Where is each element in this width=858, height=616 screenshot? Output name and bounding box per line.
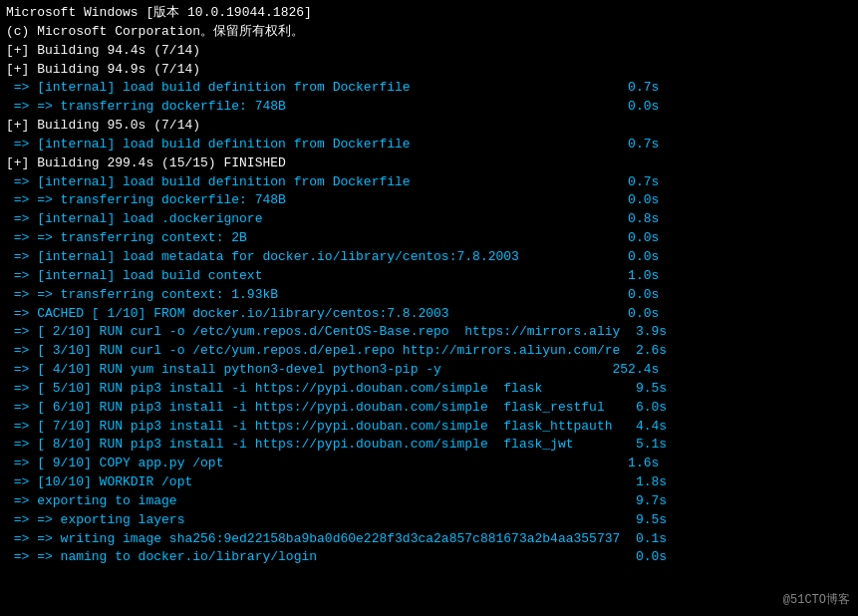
terminal-line: => => writing image sha256:9ed22158ba9ba… <box>6 530 852 549</box>
terminal-line: => [ 5/10] RUN pip3 install -i https://p… <box>6 380 852 399</box>
terminal-line: => [internal] load .dockerignore 0.8s <box>6 210 852 229</box>
terminal-line: [+] Building 94.9s (7/14) <box>6 61 852 80</box>
terminal-line: => => transferring context: 2B 0.0s <box>6 229 852 248</box>
terminal-line: => => transferring context: 1.93kB 0.0s <box>6 286 852 305</box>
terminal-line: => [internal] load build definition from… <box>6 79 852 98</box>
terminal-line: => => naming to docker.io/library/login … <box>6 548 852 567</box>
terminal-line: => => transferring dockerfile: 748B 0.0s <box>6 191 852 210</box>
terminal-line: => [ 8/10] RUN pip3 install -i https://p… <box>6 436 852 455</box>
terminal-line: => => exporting layers 9.5s <box>6 511 852 530</box>
terminal-line: => [ 7/10] RUN pip3 install -i https://p… <box>6 418 852 437</box>
terminal-line: [+] Building 95.0s (7/14) <box>6 117 852 136</box>
terminal-line: => => transferring dockerfile: 748B 0.0s <box>6 98 852 117</box>
terminal-line: => [internal] load metadata for docker.i… <box>6 248 852 267</box>
terminal-line: => CACHED [ 1/10] FROM docker.io/library… <box>6 305 852 324</box>
terminal-line: => [ 2/10] RUN curl -o /etc/yum.repos.d/… <box>6 323 852 342</box>
terminal-line: [+] Building 299.4s (15/15) FINISHED <box>6 154 852 173</box>
terminal-line: (c) Microsoft Corporation。保留所有权利。 <box>6 23 852 42</box>
terminal-window: Microsoft Windows [版本 10.0.19044.1826](c… <box>0 0 858 616</box>
terminal-line: => [ 9/10] COPY app.py /opt 1.6s <box>6 455 852 473</box>
terminal-line: => [internal] load build context 1.0s <box>6 267 852 286</box>
terminal-line: => [internal] load build definition from… <box>6 136 852 154</box>
terminal-line: => exporting to image 9.7s <box>6 492 852 511</box>
terminal-line: => [10/10] WORKDIR /opt 1.8s <box>6 473 852 492</box>
watermark: @51CTO博客 <box>783 591 850 608</box>
terminal-line: => [ 4/10] RUN yum install python3-devel… <box>6 361 852 380</box>
terminal-line: => [internal] load build definition from… <box>6 173 852 192</box>
terminal-line: [+] Building 94.4s (7/14) <box>6 42 852 61</box>
terminal-line: => [ 6/10] RUN pip3 install -i https://p… <box>6 399 852 418</box>
terminal-line: Microsoft Windows [版本 10.0.19044.1826] <box>6 4 852 23</box>
terminal-line: => [ 3/10] RUN curl -o /etc/yum.repos.d/… <box>6 342 852 361</box>
